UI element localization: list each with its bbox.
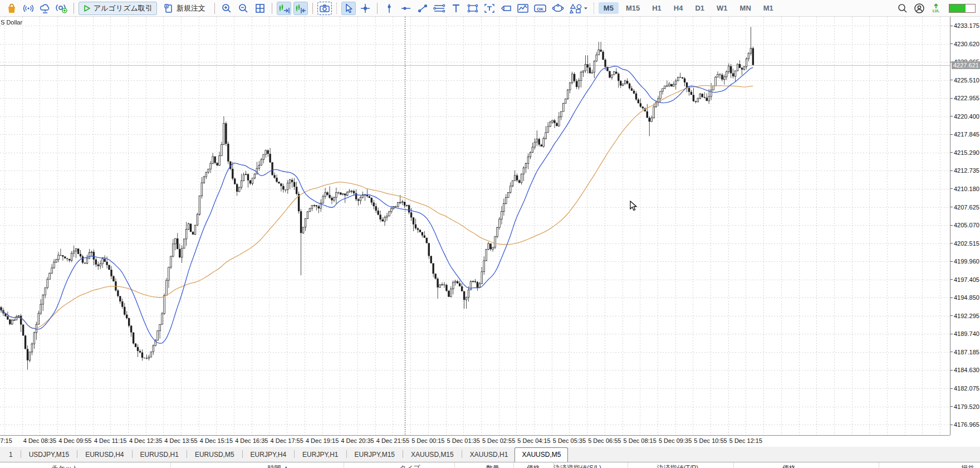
price-label-icon[interactable] <box>499 2 513 15</box>
cloud-icon[interactable] <box>38 2 52 15</box>
time-tick-label: 4 Dec 17:55 <box>271 437 303 444</box>
time-axis[interactable]: 07:154 Dec 08:354 Dec 09:554 Dec 11:154 … <box>0 435 950 447</box>
column-separator <box>454 462 455 468</box>
ellipse-icon[interactable] <box>550 2 566 15</box>
ok-icon[interactable]: OK <box>532 2 548 15</box>
new-order-icon <box>164 3 174 13</box>
time-tick-label: 5 Dec 12:15 <box>729 437 762 444</box>
column-separator <box>513 462 514 468</box>
column-separator <box>733 462 734 468</box>
auto-scroll-icon[interactable] <box>293 2 308 15</box>
price-tick-label: 4179.520 <box>950 403 979 410</box>
community-icon[interactable] <box>55 2 69 15</box>
toolbox-column-header[interactable]: チケット <box>51 464 79 468</box>
chart-tab-eurjpy-h1[interactable]: EURJPY,H1 <box>296 448 345 462</box>
price-tick-label: 4194.850 <box>950 294 979 301</box>
timeframe-button-d1[interactable]: D1 <box>690 2 709 14</box>
column-separator <box>170 462 171 468</box>
toolbox-column-header[interactable]: 価格 <box>527 464 540 468</box>
tab-separator <box>242 450 243 458</box>
time-tick-label: 5 Dec 08:15 <box>624 437 656 444</box>
chart-tab-eurusd-h1[interactable]: EURUSD,H1 <box>134 448 185 462</box>
timeframe-button-mn[interactable]: MN <box>735 2 756 14</box>
toolbox-column-header[interactable]: 決済指値(T/P) <box>657 464 699 468</box>
horizontal-line-icon[interactable] <box>399 2 413 15</box>
text-label-icon[interactable] <box>482 2 497 15</box>
time-tick-label: 4 Dec 20:35 <box>341 437 374 444</box>
toolbox-column-header[interactable]: 価格 <box>782 464 796 468</box>
timeframe-button-w1[interactable]: W1 <box>712 2 733 14</box>
vertical-line-icon[interactable] <box>382 2 396 15</box>
time-tick-label: 5 Dec 09:35 <box>659 437 692 444</box>
chart-tab-eurusd-m5[interactable]: EURUSD,M5 <box>188 448 241 462</box>
time-tick-label: 5 Dec 05:35 <box>553 437 586 444</box>
time-tick-label: 4 Dec 08:35 <box>23 437 56 444</box>
play-icon <box>83 4 91 12</box>
signals-icon[interactable] <box>21 2 36 15</box>
account-icon[interactable] <box>912 2 927 15</box>
timeframe-button-m1[interactable]: M1 <box>758 2 778 14</box>
price-tick-label: 4222.955 <box>950 95 979 101</box>
toolbar-separator <box>312 3 313 14</box>
toolbar-separator <box>336 3 337 14</box>
timeframe-button-h1[interactable]: H1 <box>647 2 667 14</box>
chart-tab-eurjpy-h4[interactable]: EURJPY,H4 <box>244 448 293 462</box>
toolbox-panel-header: チケット時間 ▲タイプ数量価格決済逆指値(S/L)決済指値(T/P)価格損益 <box>0 462 980 468</box>
market-bag-icon[interactable] <box>4 2 19 15</box>
chart-tab-eurusd-h4[interactable]: EURUSD,H4 <box>79 448 130 462</box>
new-order-button[interactable]: 新規注文 <box>159 2 210 15</box>
svg-text:OK: OK <box>537 6 543 11</box>
toolbox-column-header[interactable]: 損益 <box>961 464 974 468</box>
timeframe-button-m5[interactable]: M5 <box>599 2 619 14</box>
toolbox-column-header[interactable]: タイプ <box>400 464 420 468</box>
toolbox-column-header[interactable]: 時間 ▲ <box>267 464 289 468</box>
chart-shift-icon[interactable] <box>277 2 291 15</box>
toolbox-column-header[interactable]: 数量 <box>486 464 499 468</box>
time-tick-label: 5 Dec 10:55 <box>694 437 727 444</box>
timeframe-button-m15[interactable]: M15 <box>621 2 645 14</box>
price-tick-label: 4207.625 <box>950 204 979 211</box>
price-tick-label: 4189.740 <box>950 330 979 337</box>
symbol-label: S Dollar <box>1 19 22 26</box>
price-tick-label: 4187.185 <box>950 349 979 355</box>
search-icon[interactable] <box>895 2 910 15</box>
price-axis[interactable]: 4233.1754230.6204228.0654225.5104222.955… <box>950 17 980 435</box>
zoom-in-icon[interactable] <box>219 2 234 15</box>
column-separator <box>344 462 344 468</box>
rectangle-icon[interactable] <box>465 2 480 15</box>
camera-icon[interactable] <box>317 2 332 15</box>
price-tick-label: 4230.620 <box>950 41 979 47</box>
equidistant-channel-icon[interactable] <box>432 2 447 15</box>
crosshair-icon[interactable] <box>358 2 373 15</box>
chart-tab-xauusd-m5[interactable]: XAUUSD,M5 <box>514 447 568 462</box>
toolbar-separator <box>214 3 215 14</box>
chart-area[interactable]: S Dollar <box>0 17 950 435</box>
chart-tab-eurjpy-m15[interactable]: EURJPY,M15 <box>348 448 401 462</box>
price-chart-canvas[interactable] <box>0 17 950 435</box>
tab-separator <box>187 450 187 458</box>
price-tick-label: 4199.960 <box>950 258 979 265</box>
chart-tab-xauusd-m15[interactable]: XAUUSD,M15 <box>404 448 460 462</box>
chart-tab-usdjpy-m15[interactable]: USDJPY,M15 <box>22 448 76 462</box>
new-order-label: 新規注文 <box>177 3 205 13</box>
indicator-icon[interactable] <box>516 2 530 15</box>
price-tick-label: 4233.175 <box>950 22 979 29</box>
tab-separator <box>21 450 21 458</box>
timeframe-button-h4[interactable]: H4 <box>669 2 688 14</box>
tab-separator <box>132 450 133 458</box>
tile-windows-icon[interactable] <box>253 2 267 15</box>
shapes-icon[interactable] <box>568 2 589 15</box>
cursor-tool-icon[interactable] <box>341 2 356 15</box>
time-tick-label: 4 Dec 21:55 <box>376 437 409 444</box>
current-price-badge: 4227.621 <box>952 61 980 69</box>
level-icon[interactable]: LVL <box>929 2 943 15</box>
algo-trading-button[interactable]: アルゴリズム取引 <box>79 2 157 15</box>
time-tick-label: 4 Dec 09:55 <box>58 437 91 444</box>
toolbox-column-header[interactable]: 決済逆指値(S/L) <box>553 464 601 468</box>
chart-tab-xauusd-h1[interactable]: XAUUSD,H1 <box>463 448 515 462</box>
zoom-out-icon[interactable] <box>236 2 251 15</box>
chart-tab-1[interactable]: 1 <box>2 448 19 462</box>
trend-line-icon[interactable] <box>415 2 430 15</box>
algo-trading-label: アルゴリズム取引 <box>94 3 153 13</box>
text-icon[interactable] <box>449 2 463 15</box>
